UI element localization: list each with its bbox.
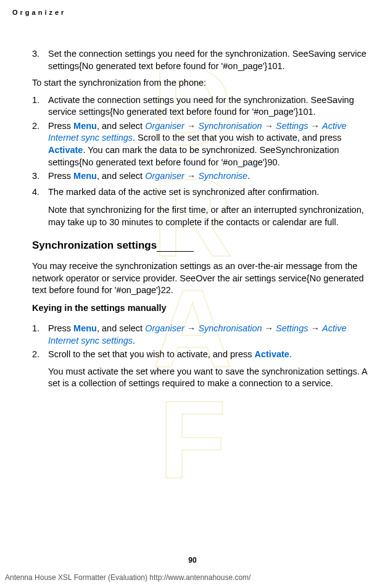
nav-path: Settings: [276, 121, 308, 131]
item-number: 1.: [32, 94, 39, 107]
item-number: 2.: [32, 349, 39, 361]
paragraph: To start the synchronization from the ph…: [32, 77, 373, 89]
list-item: 3. Set the connection settings you need …: [32, 48, 373, 72]
list-item: 4. The marked data of the active set is …: [32, 186, 373, 229]
page-number: 90: [0, 556, 385, 565]
item-text: Activate the connection settings you nee…: [48, 95, 354, 117]
item-note: Note that synchronizing for the first ti…: [48, 204, 373, 228]
item-number: 2.: [32, 120, 39, 133]
list-item: 1. Press Menu, and select Organiser → Sy…: [32, 323, 373, 347]
list-item: 2. Scroll to the set that you wish to ac…: [32, 349, 373, 390]
top-list: 3. Set the connection settings you need …: [32, 48, 373, 72]
nav-path: Settings: [276, 323, 308, 333]
steps-list: 1. Activate the connection settings you …: [32, 94, 373, 229]
item-text: Scroll to the set that you wish to activ…: [48, 349, 292, 359]
item-note: You must activate the set where you want…: [48, 366, 373, 390]
item-text: Press Menu, and select Organiser → Synch…: [48, 323, 347, 346]
subsection-heading: Keying in the settings manually: [32, 303, 373, 313]
item-number: 1.: [32, 323, 39, 335]
menu-label: Menu: [73, 121, 97, 131]
footer-text: Antenna House XSL Formatter (Evaluation)…: [5, 573, 250, 582]
paragraph: You may receive the synchronization sett…: [32, 260, 373, 297]
item-text: Press Menu, and select Organiser → Synch…: [48, 171, 250, 181]
manual-steps-list: 1. Press Menu, and select Organiser → Sy…: [32, 323, 373, 390]
item-text: The marked data of the active set is syn…: [48, 187, 319, 197]
nav-path: Synchronisation: [198, 121, 262, 131]
menu-label: Menu: [73, 171, 97, 181]
list-item: 2. Press Menu, and select Organiser → Sy…: [32, 120, 373, 168]
item-number: 3.: [32, 170, 39, 183]
activate-label: Activate: [254, 349, 289, 359]
item-number: 3.: [32, 48, 39, 60]
nav-path: Synchronisation: [198, 323, 262, 333]
list-item: 3. Press Menu, and select Organiser → Sy…: [32, 170, 373, 183]
nav-path: Organiser: [145, 121, 184, 131]
svg-text:F: F: [159, 378, 226, 502]
nav-path: Organiser: [145, 171, 184, 181]
nav-path: Organiser: [145, 323, 184, 333]
item-number: 4.: [32, 186, 39, 199]
item-text: Press Menu, and select Organiser → Synch…: [48, 121, 347, 167]
menu-label: Menu: [73, 323, 97, 333]
list-item: 1. Activate the connection settings you …: [32, 94, 373, 118]
item-text: Set the connection settings you need for…: [48, 49, 366, 71]
page-header: Organizer: [12, 9, 373, 16]
nav-path: Synchronise: [198, 171, 247, 181]
section-heading: Synchronization settings: [32, 239, 373, 252]
activate-label: Activate: [48, 145, 83, 155]
